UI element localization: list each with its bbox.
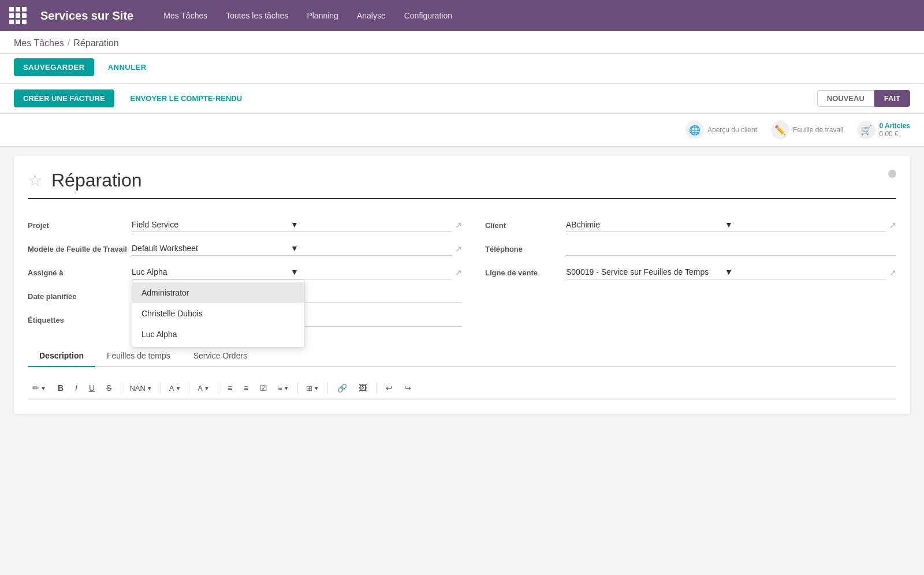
worksheet-action[interactable]: ✏️ Feuille de travail [771,121,843,139]
app-grid-icon[interactable] [9,7,27,24]
font-family-dropdown[interactable]: NAN ▼ [126,382,155,395]
nav-configuration[interactable]: Configuration [397,8,459,24]
form-left-column: Projet Field Service ▼ ↗ Modèle de Feuil… [28,213,462,331]
customer-preview-label: Aperçu du client [707,126,757,134]
ligne-vente-select[interactable]: S00019 - Service sur Feuilles de Temps ▼ [566,265,886,279]
client-field: ABchimie ▼ ↗ [566,218,896,232]
ordered-list-button[interactable]: ≡ [239,381,253,395]
assigne-value: Luc Alpha [132,267,290,277]
nav-planning[interactable]: Planning [300,8,345,24]
projet-field: Field Service ▼ ↗ [132,218,462,232]
ligne-vente-label: Ligne de vente [485,265,566,277]
send-report-button[interactable]: ENVOYER LE COMPTE-RENDU [124,89,249,107]
projet-chevron-icon: ▼ [290,220,449,229]
table-dropdown[interactable]: ⊞ ▼ [303,382,323,395]
globe-icon: 🌐 [685,121,704,139]
modele-field: Default Worksheet ▼ ↗ [132,241,462,256]
link-button[interactable]: 🔗 [333,381,352,395]
undo-button[interactable]: ↩ [381,381,397,395]
status-nouveau[interactable]: NOUVEAU [817,90,874,107]
top-navigation: Services sur Site Mes Tâches Toutes les … [0,0,924,31]
tab-service-orders[interactable]: Service Orders [182,345,259,367]
redo-button[interactable]: ↪ [400,381,416,395]
editor-divider-1 [121,382,121,394]
assigne-label: Assigné à [28,265,132,277]
alignment-dropdown[interactable]: ≡ ▼ [274,382,293,395]
create-invoice-button[interactable]: CRÉER UNE FACTURE [14,89,114,107]
breadcrumb-current: Réparation [73,38,118,48]
favorite-star-icon[interactable]: ☆ [28,171,42,190]
unordered-list-button[interactable]: ≡ [223,381,237,395]
modele-chevron-icon: ▼ [290,244,449,253]
telephone-label: Téléphone [485,241,566,253]
telephone-field [566,241,896,256]
modele-select[interactable]: Default Worksheet ▼ [132,241,452,256]
action-bar: SAUVEGARDER ANNULER [0,54,924,84]
editor-divider-3 [189,382,189,394]
dropdown-item-administrator[interactable]: Administrator [132,282,304,303]
projet-row: Projet Field Service ▼ ↗ [28,213,462,237]
strikethrough-button[interactable]: S [102,381,116,395]
client-chevron-icon: ▼ [725,220,884,229]
nav-toutes-taches[interactable]: Toutes les tâches [219,8,295,24]
app-title: Services sur Site [40,9,133,23]
italic-button[interactable]: I [70,381,82,395]
editor-toolbar: ✏ ▼ B I U S NAN ▼ A ▼ A ▼ ≡ ≡ ☑ ≡ ▼ ⊞ ▼ … [28,376,896,400]
breadcrumb-parent[interactable]: Mes Tâches [14,38,64,48]
tabs-bar: Description Feuilles de temps Service Or… [28,345,896,367]
editor-divider-4 [218,382,218,394]
breadcrumb: Mes Tâches / Réparation [0,31,924,54]
client-label: Client [485,218,566,230]
tab-description[interactable]: Description [28,345,95,367]
client-value: ABchimie [566,220,725,229]
modele-external-link-icon[interactable]: ↗ [455,244,462,253]
projet-external-link-icon[interactable]: ↗ [455,221,462,230]
font-color-dropdown[interactable]: A ▼ [194,382,213,395]
editor-divider-5 [297,382,298,394]
dropdown-item-christelle[interactable]: Christelle Dubois [132,303,304,324]
client-external-link-icon[interactable]: ↗ [889,221,896,230]
form-title: Réparation [51,170,142,191]
worksheet-label: Feuille de travail [793,126,843,134]
assigne-dropdown-menu: Administrator Christelle Dubois Luc Alph… [132,279,305,348]
projet-select[interactable]: Field Service ▼ [132,218,452,232]
client-select[interactable]: ABchimie ▼ [566,218,886,232]
nav-items: Mes Tâches Toutes les tâches Planning An… [157,8,459,24]
articles-action[interactable]: 🛒 0 Articles 0,00 € [857,121,910,139]
articles-label: 0 Articles [879,122,910,130]
dropdown-item-luc-alpha[interactable]: Luc Alpha [132,324,304,345]
telephone-input[interactable] [566,241,896,256]
modele-value: Default Worksheet [132,244,290,253]
save-button[interactable]: SAUVEGARDER [14,58,94,76]
bold-button[interactable]: B [53,381,68,395]
ligne-vente-external-link-icon[interactable]: ↗ [889,268,896,277]
quick-actions-bar: 🌐 Aperçu du client ✏️ Feuille de travail… [0,114,924,147]
pencil-tool-button[interactable]: ✏ ▼ [28,381,51,395]
form-right-column: Client ABchimie ▼ ↗ Téléphone Ligne d [462,213,896,331]
status-fait[interactable]: FAIT [874,90,910,107]
ligne-vente-value: S00019 - Service sur Feuilles de Temps [566,267,725,277]
date-label: Date planifiée [28,289,132,301]
assigne-chevron-icon: ▼ [290,267,449,277]
projet-value: Field Service [132,220,290,229]
assigne-field: Luc Alpha ▼ ↗ Administrator Christelle D… [132,265,462,279]
image-button[interactable]: 🖼 [354,381,371,395]
etiquettes-label: Étiquettes [28,312,132,324]
assigne-select[interactable]: Luc Alpha ▼ [132,265,452,279]
checklist-button[interactable]: ☑ [255,381,272,395]
nav-analyse[interactable]: Analyse [350,8,393,24]
font-size-dropdown[interactable]: A ▼ [166,382,185,395]
cart-icon: 🛒 [857,121,875,139]
nav-mes-taches[interactable]: Mes Tâches [157,8,214,24]
editor-divider-6 [327,382,328,394]
articles-amount: 0,00 € [879,130,910,138]
tab-feuilles-temps[interactable]: Feuilles de temps [95,345,182,367]
toolbar-bar: CRÉER UNE FACTURE ENVOYER LE COMPTE-REND… [0,84,924,114]
assigne-external-link-icon[interactable]: ↗ [455,268,462,277]
cancel-button[interactable]: ANNULER [101,58,154,76]
assigne-row: Assigné à Luc Alpha ▼ ↗ Administrator Ch… [28,260,462,284]
ligne-vente-field: S00019 - Service sur Feuilles de Temps ▼… [566,265,896,279]
underline-button[interactable]: U [84,381,99,395]
customer-preview-action[interactable]: 🌐 Aperçu du client [685,121,757,139]
telephone-row: Téléphone [485,237,896,260]
